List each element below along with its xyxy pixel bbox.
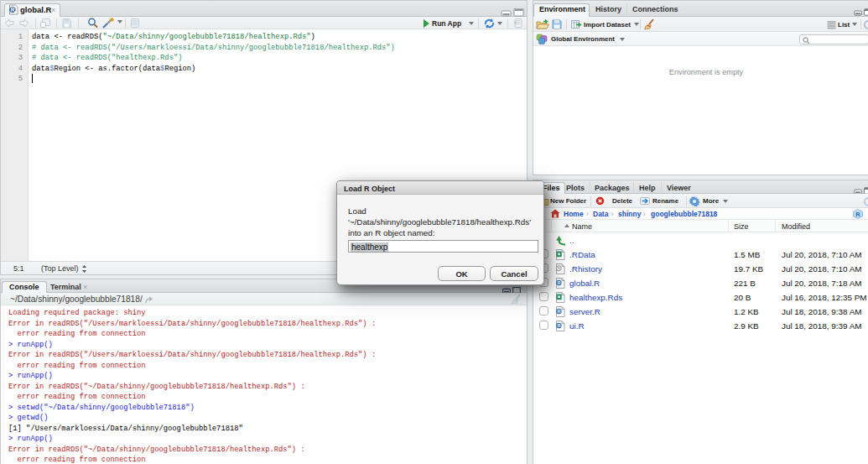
svg-text:R: R: [855, 210, 860, 217]
svg-text:R: R: [11, 7, 15, 13]
svg-text:R: R: [557, 309, 560, 314]
svg-text:R: R: [557, 323, 560, 328]
svg-text:R: R: [557, 280, 560, 285]
